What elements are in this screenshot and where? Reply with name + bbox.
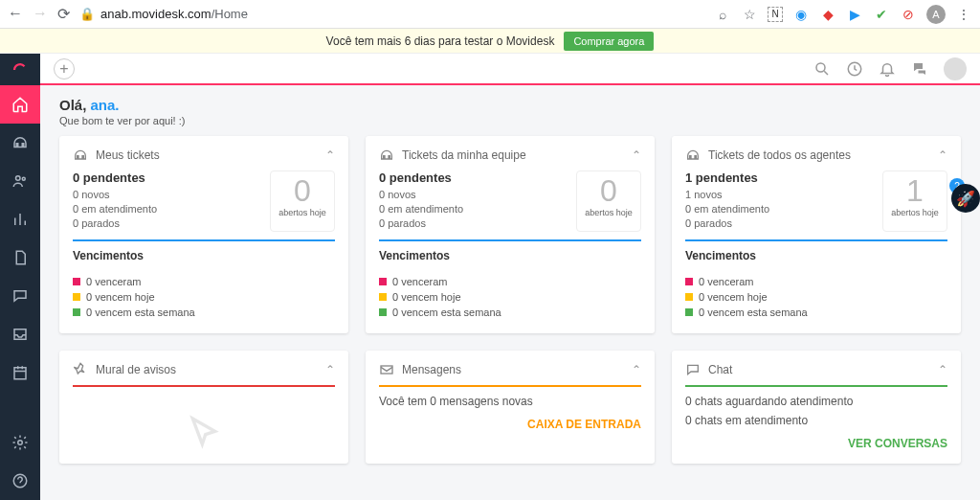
comments-icon[interactable] [911,60,928,78]
sidebar-item-calendar[interactable] [0,353,40,392]
lock-icon: 🔒 [79,7,95,21]
key-icon[interactable]: ⌕ [714,6,731,23]
mail-icon [379,362,394,377]
venc-title: Vencimentos [379,249,641,262]
venc-week: 0 vencem esta semana [685,307,947,318]
sidebar-item-tickets[interactable] [0,124,40,162]
opened-today-box: 0 abertos hoje [270,170,335,232]
new-button[interactable]: + [54,58,75,80]
card-messages: Mensagens ⌃ Você tem 0 mensagens novas C… [366,351,655,464]
trial-banner: Você tem mais 6 dias para testar o Movid… [0,29,980,54]
opened-today-box: 0 abertos hoje [576,170,641,232]
reload-icon[interactable]: ⟳ [57,5,70,23]
bell-icon[interactable] [879,60,896,78]
messages-body: Você tem 0 mensagens novas [379,395,641,408]
pin-icon [73,362,88,377]
sidebar-item-chat[interactable] [0,277,40,315]
chat-active: 0 chats em atendimento [685,414,947,427]
parados-line: 0 parados [73,217,260,229]
card-title: Tickets de todos os agentes [708,148,851,162]
svg-point-5 [816,63,825,72]
back-icon[interactable]: ← [8,5,23,23]
chat-waiting: 0 chats aguardando atendimento [685,395,947,408]
card-title: Meus tickets [96,148,160,162]
novos-line: 0 novos [379,189,567,200]
forward-icon[interactable]: → [33,5,48,23]
venc-overdue: 0 venceram [685,276,947,287]
sidebar-item-docs[interactable] [0,239,40,277]
clock-icon[interactable] [846,60,863,78]
opened-today-lbl: abertos hoje [577,208,640,217]
sidebar [0,54,40,500]
pending-count: 0 pendentes [73,170,260,185]
chevron-up-icon[interactable]: ⌃ [938,363,947,376]
cursor-icon [185,414,223,452]
card-team-tickets: Tickets da minha equipe ⌃ 0 pendentes 0 … [366,136,655,333]
rocket-launcher-icon[interactable]: 🚀 [951,184,980,213]
search-icon[interactable] [813,60,831,78]
ext-play-icon[interactable]: ▶ [846,6,863,23]
greeting-sub: Que bom te ver por aqui! :) [59,115,961,126]
opened-today-num: 0 [577,175,640,206]
buy-now-button[interactable]: Comprar agora [564,32,654,51]
chevron-up-icon[interactable]: ⌃ [632,148,641,162]
sidebar-item-settings[interactable] [0,423,40,462]
venc-today: 0 vencem hoje [73,291,335,303]
chevron-up-icon[interactable]: ⌃ [632,363,641,376]
card-my-tickets: Meus tickets ⌃ 0 pendentes 0 novos 0 em … [59,136,348,333]
profile-avatar[interactable]: A [926,5,946,24]
svg-point-1 [22,177,25,180]
ext-diamond-icon[interactable]: ◆ [819,6,836,23]
venc-today: 0 vencem hoje [379,291,641,303]
atend-line: 0 em atendimento [685,203,873,215]
headset-icon [685,148,701,163]
venc-title: Vencimentos [73,249,335,262]
sidebar-item-home[interactable] [0,85,40,124]
chat-icon [685,362,701,377]
url-text: anab.movidesk.com/Home [100,7,248,21]
greeting-hello: Olá, [59,97,91,113]
ext-n-icon[interactable]: N [768,7,783,22]
card-all-tickets: Tickets de todos os agentes ⌃ 1 pendente… [672,136,961,333]
card-mural: Mural de avisos ⌃ [59,351,348,464]
sidebar-item-inbox[interactable] [0,315,40,353]
svg-point-3 [18,441,23,445]
greeting: Olá, ana. Que bom te ver por aqui! :) [59,97,961,126]
svg-rect-2 [14,368,26,379]
kebab-icon[interactable]: ⋮ [955,6,972,23]
sidebar-item-help[interactable] [0,462,40,500]
card-title: Mensagens [402,363,461,376]
headset-icon [379,148,394,163]
parados-line: 0 parados [685,217,873,229]
opened-today-num: 1 [883,175,947,206]
opened-today-num: 0 [271,175,334,206]
ext-check-icon[interactable]: ✔ [873,6,890,23]
chevron-up-icon[interactable]: ⌃ [325,363,335,376]
opened-today-box: 1 abertos hoje [882,170,947,232]
card-title: Chat [708,363,732,376]
star-icon[interactable]: ☆ [741,6,758,23]
venc-week: 0 vencem esta semana [73,307,335,318]
browser-toolbar: ← → ⟳ 🔒 anab.movidesk.com/Home ⌕ ☆ N ◉ ◆… [0,0,980,29]
pending-count: 0 pendentes [379,170,567,185]
opened-today-lbl: abertos hoje [271,208,334,217]
card-title: Mural de avisos [96,363,176,376]
sidebar-item-reports[interactable] [0,200,40,239]
see-chats-link[interactable]: VER CONVERSAS [685,437,947,450]
venc-title: Vencimentos [685,249,947,262]
venc-overdue: 0 venceram [73,276,335,287]
dashboard-content: Olá, ana. Que bom te ver por aqui! :) Me… [40,85,980,500]
sidebar-item-people[interactable] [0,162,40,200]
chevron-up-icon[interactable]: ⌃ [325,148,335,162]
inbox-link[interactable]: CAIXA DE ENTRADA [379,418,641,431]
novos-line: 0 novos [73,189,260,200]
atend-line: 0 em atendimento [379,203,567,215]
svg-point-4 [13,474,27,488]
ext-shield-icon[interactable]: ◉ [792,6,810,23]
chevron-up-icon[interactable]: ⌃ [938,148,947,162]
trial-text: Você tem mais 6 dias para testar o Movid… [326,34,555,48]
user-avatar[interactable] [944,57,967,80]
app-logo [0,54,40,85]
ext-block-icon[interactable]: ⊘ [900,6,917,23]
card-title: Tickets da minha equipe [402,148,526,162]
